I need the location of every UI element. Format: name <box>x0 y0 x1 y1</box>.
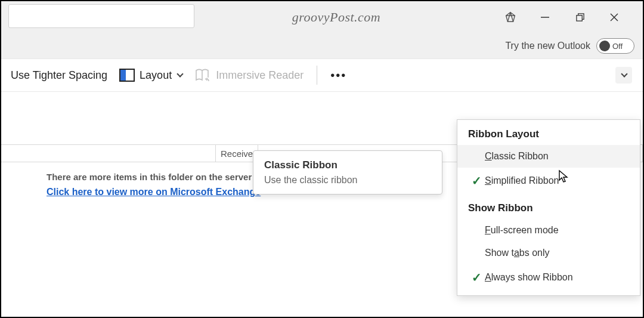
chevron-down-icon <box>177 70 183 77</box>
ribbon-divider <box>317 66 317 85</box>
window-controls <box>502 9 643 26</box>
option-fullscreen[interactable]: Full-screen mode <box>457 219 640 242</box>
immersive-reader-label: Immersive Reader <box>216 69 304 82</box>
exchange-link[interactable]: Click here to view more on Microsoft Exc… <box>1 187 261 197</box>
ribbon-options-button[interactable] <box>615 67 632 84</box>
dropdown-header-show: Show Ribbon <box>457 194 640 219</box>
title-bar: groovyPost.com <box>1 1 643 33</box>
toggle-knob <box>599 41 610 51</box>
column-blank[interactable] <box>1 145 216 162</box>
new-outlook-label: Try the new Outlook <box>505 41 590 51</box>
tooltip: Classic Ribbon Use the classic ribbon <box>253 150 442 194</box>
tooltip-title: Classic Ribbon <box>264 159 431 171</box>
more-commands-button[interactable]: ••• <box>324 65 352 86</box>
minimize-button[interactable] <box>537 9 553 26</box>
layout-icon <box>119 69 135 82</box>
tighter-spacing-label: Use Tighter Spacing <box>11 69 107 82</box>
option-always-show[interactable]: ✓ Always show Ribbon <box>457 264 640 291</box>
immersive-reader-button: Immersive Reader <box>188 64 309 86</box>
ribbon-bar: Use Tighter Spacing Layout Immersive Rea… <box>1 58 643 92</box>
maximize-button[interactable] <box>571 9 588 26</box>
close-button[interactable] <box>606 9 623 26</box>
option-simplified-ribbon[interactable]: ✓ Simplified Ribbon <box>457 168 640 194</box>
chevron-down-icon <box>621 70 627 77</box>
window-title: groovyPost.com <box>194 10 502 25</box>
ribbon-options-dropdown: Ribbon Layout Classic Ribbon ✓ Simplifie… <box>457 119 640 296</box>
premium-icon[interactable] <box>502 9 519 26</box>
new-outlook-toggle[interactable]: Off <box>596 38 634 54</box>
option-classic-ribbon[interactable]: Classic Ribbon <box>457 145 640 168</box>
checkmark-icon: ✓ <box>468 270 485 285</box>
toggle-state: Off <box>612 42 623 51</box>
layout-label: Layout <box>140 69 172 82</box>
checkmark-icon: ✓ <box>468 174 485 188</box>
dropdown-header-layout: Ribbon Layout <box>457 120 640 145</box>
new-outlook-row: Try the new Outlook Off <box>1 33 643 58</box>
tighter-spacing-button[interactable]: Use Tighter Spacing <box>5 66 113 85</box>
immersive-reader-icon <box>194 68 211 82</box>
layout-button[interactable]: Layout <box>113 65 188 85</box>
tooltip-description: Use the classic ribbon <box>264 175 431 186</box>
column-received[interactable]: Receive <box>216 145 258 162</box>
option-tabs-only[interactable]: Show tabs only <box>457 242 640 264</box>
search-input[interactable] <box>8 4 194 28</box>
svg-rect-1 <box>576 15 581 20</box>
